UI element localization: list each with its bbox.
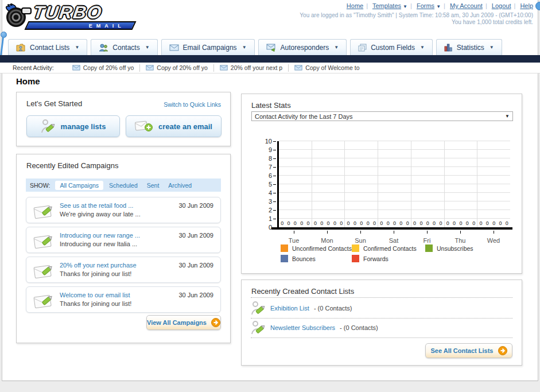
- nav-help-link[interactable]: Help: [520, 2, 533, 9]
- person-pencil-icon: [251, 320, 266, 335]
- chart-group: 00000: [411, 141, 444, 227]
- stats-period-dropdown[interactable]: Contact Activity for the Last 7 Days ▼: [251, 111, 513, 121]
- chart-group: 00000: [279, 141, 312, 227]
- envelope-pencil-icon: [33, 291, 55, 309]
- activity-item[interactable]: Copy of 20% off yo: [67, 64, 141, 72]
- legend-swatch: [352, 255, 359, 262]
- value-label: 0: [387, 220, 390, 226]
- legend-label: Unsubscribes: [437, 245, 473, 252]
- value-label: 0: [281, 220, 283, 226]
- tab-custom-fields[interactable]: Custom Fields▼: [350, 39, 433, 55]
- dotted-divider: [251, 318, 512, 319]
- campaign-row[interactable]: Welcome to our email list Thanks for joi…: [26, 286, 221, 313]
- envelope-pencil-icon: [33, 201, 55, 220]
- campaign-title-link[interactable]: 20% off your next purchase: [60, 262, 137, 269]
- tab-label: Autoresponders: [281, 44, 329, 52]
- envelope-arrow-icon: [266, 44, 277, 52]
- contact-list-count: - (0 Contacts): [314, 305, 352, 312]
- chart-group: 00000: [444, 141, 477, 227]
- chevron-down-icon: ▼: [490, 45, 494, 50]
- arrow-right-icon: [211, 318, 220, 327]
- value-label: 0: [486, 220, 489, 226]
- envelope-icon: [169, 44, 179, 51]
- contact-list-link[interactable]: Exhibition List: [270, 305, 309, 312]
- tab-statistics[interactable]: Statistics▼: [436, 39, 502, 55]
- y-tick-label: 5: [269, 181, 276, 188]
- campaign-row[interactable]: See us at the retail food ... We're givi…: [26, 197, 221, 223]
- campaign-subtitle: We're giving away our late ...: [60, 211, 141, 218]
- stats-dropdown-value: Contact Activity for the Last 7 Days: [255, 113, 353, 120]
- legend-item: Confirmed Contacts: [352, 244, 425, 252]
- contact-list-link[interactable]: Newsletter Subscribers: [270, 324, 335, 331]
- view-all-campaigns-button[interactable]: View All Campaigns: [146, 315, 221, 330]
- value-label: 0: [373, 220, 376, 226]
- y-tick-label: 9: [269, 146, 276, 153]
- contact-list-count: - (0 Contacts): [340, 324, 378, 331]
- person-pencil-icon: [251, 301, 266, 316]
- filter-all-campaigns[interactable]: All Campaigns: [55, 181, 103, 190]
- turbo-email-logo[interactable]: TURBO EMAIL: [3, 2, 138, 32]
- contact-list-row[interactable]: Newsletter Subscribers - (0 Contacts): [251, 320, 378, 335]
- switch-quick-links[interactable]: Switch to Quick Links: [164, 101, 221, 108]
- value-label: 0: [307, 220, 310, 226]
- nav-logout-link[interactable]: Logout: [492, 2, 511, 9]
- campaign-date: 30 Jun 2009: [178, 262, 213, 269]
- value-label: 0: [472, 220, 475, 226]
- activity-item-label: Copy of 20% off yo: [83, 64, 134, 71]
- value-label: 0: [347, 220, 350, 226]
- value-label: 0: [314, 220, 317, 226]
- chart-group: 00000: [344, 141, 378, 227]
- dark-divider-bar: [0, 55, 540, 63]
- value-label: 0: [433, 220, 436, 226]
- latest-stats-panel: Latest Stats Contact Activity for the La…: [241, 94, 522, 274]
- campaign-subtitle: Introducing our new Italia ...: [60, 240, 137, 247]
- activity-item[interactable]: Copy of 20% off yo: [140, 64, 214, 72]
- tab-autoresponders[interactable]: Autoresponders▼: [258, 39, 347, 55]
- filter-sent[interactable]: Sent: [147, 182, 160, 189]
- value-label: 0: [426, 220, 429, 226]
- create-email-button[interactable]: create an email: [126, 115, 222, 137]
- nav-forms-link[interactable]: Forms: [417, 2, 434, 9]
- campaigns-title: Recently Edited Campaigns: [26, 161, 118, 170]
- legend-item: Unsubscribes: [425, 244, 473, 252]
- x-tick-label: Fri: [410, 231, 444, 245]
- campaign-title-link[interactable]: Welcome to our email list: [60, 292, 130, 298]
- y-tick-label: 1: [269, 215, 276, 222]
- y-tick-label: 10: [265, 138, 276, 145]
- filter-scheduled[interactable]: Scheduled: [109, 182, 138, 189]
- campaign-row[interactable]: 20% off your next purchase Thanks for jo…: [26, 257, 221, 283]
- nav-templates-link[interactable]: Templates: [372, 2, 401, 9]
- x-tick-label: Tue: [277, 231, 310, 245]
- value-label: 0: [294, 220, 297, 226]
- contact-list-row[interactable]: Exhibition List - (0 Contacts): [251, 301, 352, 316]
- tab-contact-lists[interactable]: Contact Lists▼: [8, 39, 87, 55]
- campaign-title-link[interactable]: Introducing our new range ...: [60, 232, 140, 239]
- campaign-date: 30 Jun 2009: [178, 202, 213, 209]
- x-tick-label: Sat: [377, 231, 410, 245]
- chart-group: 00000: [477, 141, 510, 227]
- value-label: 0: [399, 220, 402, 226]
- legend-swatch: [281, 255, 288, 262]
- nav-home-link[interactable]: Home: [347, 2, 363, 9]
- value-label: 0: [333, 220, 336, 226]
- folder-user-icon: [16, 44, 26, 52]
- nav-my-account-link[interactable]: My Account: [450, 2, 483, 9]
- manage-lists-button[interactable]: manage lists: [26, 115, 120, 137]
- y-tick-label: 8: [269, 155, 276, 162]
- tab-email-campaigns[interactable]: Email Campaigns▼: [161, 39, 255, 55]
- campaign-title-link[interactable]: See us at the retail food ...: [60, 202, 133, 209]
- logo-email-bar: EMAIL: [25, 21, 137, 30]
- y-tick-label: 6: [269, 172, 276, 179]
- activity-item[interactable]: 20% off your next p: [214, 64, 289, 72]
- see-all-contact-lists-button[interactable]: See All Contact Lists: [425, 343, 512, 358]
- campaigns-panel: Recently Edited Campaigns SHOW: All Camp…: [16, 154, 231, 343]
- help-bubble-icon[interactable]: [535, 2, 540, 10]
- filter-archived[interactable]: Archived: [168, 182, 192, 189]
- campaign-row[interactable]: Introducing our new range ... Introducin…: [26, 227, 221, 253]
- value-label: 0: [380, 220, 383, 226]
- recent-activity-bar: Recent Activity: Copy of 20% off yo Copy…: [0, 63, 540, 73]
- legend-item: Forwards: [352, 255, 425, 262]
- tab-contacts[interactable]: Contacts▼: [91, 39, 157, 55]
- activity-item[interactable]: Copy of Welcome to: [289, 64, 365, 72]
- value-label: 0: [419, 220, 422, 226]
